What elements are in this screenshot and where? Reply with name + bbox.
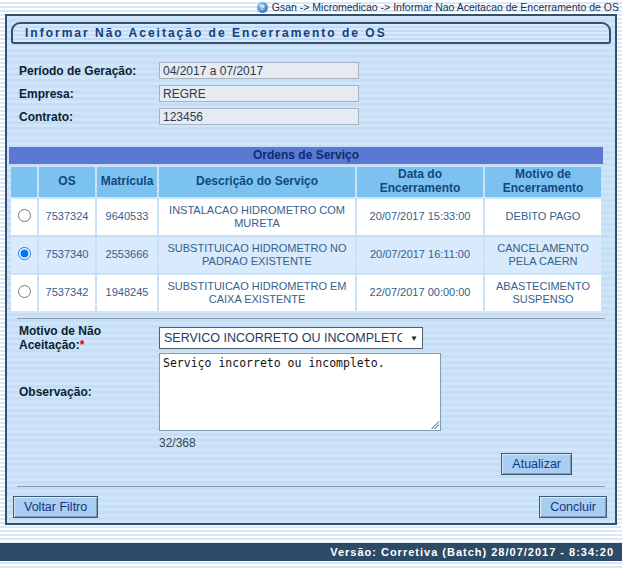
version-footer: Versão: Corretiva (Batch) 28/07/2017 - 8… [0,543,622,561]
required-mark: * [80,338,85,352]
motivo-nao-aceitacao-field: Motivo de Não Aceitação:* SERVICO INCORR… [7,327,615,349]
atualizar-button[interactable]: Atualizar [501,453,572,475]
observacao-field: Observação: Serviço incorreto ou incompl… [7,353,615,431]
cell-matricula: 1948245 [97,275,157,311]
col-os: OS [39,167,95,197]
empresa-label: Empresa: [19,87,159,101]
cell-os: 7537324 [39,199,95,235]
field-empresa: Empresa: [7,82,615,105]
table-row: 7537324 9640533 INSTALACAO HIDROMETRO CO… [11,199,601,235]
motivo-nao-aceitacao-select[interactable]: SERVICO INCORRETO OU INCOMPLETO [159,327,423,349]
cell-data: 22/07/2017 00:00:00 [357,275,483,311]
col-matricula: Matrícula [97,167,157,197]
cell-os: 7537340 [39,237,95,273]
motivo-nao-aceitacao-label: Motivo de Não Aceitação:* [19,324,159,352]
os-radio[interactable] [18,285,31,298]
cell-motivo: DEBITO PAGO [485,199,601,235]
cell-data: 20/07/2017 16:11:00 [357,237,483,273]
version-text: Versão: Corretiva (Batch) 28/07/2017 - 8… [330,546,614,558]
page: ? Gsan -> Micromedicao -> Informar Nao A… [0,0,622,568]
cell-descricao: INSTALACAO HIDROMETRO COM MURETA [159,199,355,235]
char-counter: 32/368 [159,436,615,450]
orders-table-title: Ordens de Serviço [9,147,603,164]
help-icon[interactable]: ? [257,2,268,13]
periodo-geracao-value [159,62,359,79]
contrato-label: Contrato: [19,110,159,124]
periodo-geracao-label: Período de Geração: [19,64,159,78]
table-row: 7537340 2553666 SUBSTITUICAO HIDROMETRO … [11,237,601,273]
filter-summary: Período de Geração: Empresa: Contrato: [7,59,615,128]
cell-motivo: CANCELAMENTO PELA CAERN [485,237,601,273]
divider [17,318,605,319]
field-contrato: Contrato: [7,105,615,128]
main-panel: Informar Não Aceitação de Encerramento d… [5,14,617,525]
divider [17,486,605,487]
col-data-encerramento: Data do Encerramento [357,167,483,197]
os-radio[interactable] [18,247,31,260]
cell-os: 7537342 [39,275,95,311]
cell-matricula: 9640533 [97,199,157,235]
concluir-button[interactable]: Concluir [539,496,607,518]
empresa-value [159,85,359,102]
observacao-label: Observação: [19,385,159,399]
breadcrumb-text[interactable]: Gsan -> Micromedicao -> Informar Nao Ace… [272,1,619,13]
cell-descricao: SUBSTITUICAO HIDROMETRO EM CAIXA EXISTEN… [159,275,355,311]
table-header-row: OS Matrícula Descrição do Serviço Data d… [11,167,601,197]
observacao-textarea[interactable]: Serviço incorreto ou incompleto. [159,353,441,431]
breadcrumb: ? Gsan -> Micromedicao -> Informar Nao A… [0,0,622,14]
cell-matricula: 2553666 [97,237,157,273]
os-radio[interactable] [18,209,31,222]
contrato-value [159,108,359,125]
table-row: 7537342 1948245 SUBSTITUICAO HIDROMETRO … [11,275,601,311]
orders-table: Ordens de Serviço OS Matrícula Descrição… [9,147,603,313]
col-descricao: Descrição do Serviço [159,167,355,197]
cell-descricao: SUBSTITUICAO HIDROMETRO NO PADRAO EXISTE… [159,237,355,273]
cell-motivo: ABASTECIMENTO SUSPENSO [485,275,601,311]
page-title: Informar Não Aceitação de Encerramento d… [11,22,611,44]
field-periodo-geracao: Período de Geração: [7,59,615,82]
col-select [11,167,37,197]
col-motivo-encerramento: Motivo de Encerramento [485,167,601,197]
motivo-label-text: Motivo de Não Aceitação: [19,324,101,352]
cell-data: 20/07/2017 15:33:00 [357,199,483,235]
voltar-filtro-button[interactable]: Voltar Filtro [13,496,98,518]
